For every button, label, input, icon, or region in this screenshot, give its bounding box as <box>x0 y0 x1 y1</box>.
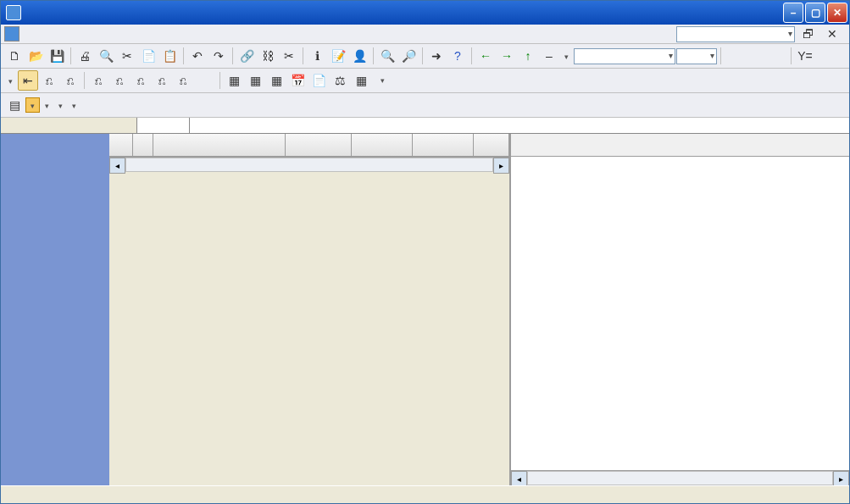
icon-2[interactable]: ⎌ <box>60 70 81 91</box>
more-icon[interactable] <box>372 70 392 91</box>
menu-bar: 🗗 ✕ <box>1 25 849 44</box>
zoom-out-icon[interactable]: 🔎 <box>398 46 419 66</box>
icon-7[interactable]: ⎌ <box>173 70 193 91</box>
tracking-toolbar: ⇤ ⎌ ⎌ ⎌ ⎌ ⎌ ⎌ ⎌ ▦ ▦ ▦ 📅 📄 ⚖ ▦ <box>1 69 849 93</box>
title-bar: – ▢ ✕ <box>1 1 849 25</box>
table-icon[interactable]: ▦ <box>351 70 371 91</box>
standard-toolbar: 🗋 📂 💾 🖨 🔍 ✂ 📄 📋 ↶ ↷ 🔗 ⛓ ✂ ℹ 📝 👤 🔍 🔎 ➜ ? … <box>1 44 849 69</box>
info-icon[interactable]: ℹ <box>307 46 327 66</box>
guide-tab-tracking[interactable] <box>54 98 67 112</box>
font-combo[interactable] <box>574 48 675 64</box>
col-rownum[interactable] <box>109 134 133 156</box>
new-icon[interactable]: 🗋 <box>4 46 25 66</box>
indent-left-icon[interactable]: ⇤ <box>18 70 38 91</box>
gantt-hscroll[interactable]: ◂ ▸ <box>511 470 849 485</box>
balance-icon[interactable]: ⚖ <box>330 70 350 91</box>
close-doc-icon[interactable]: ✕ <box>822 24 842 44</box>
icon-4[interactable]: ⎌ <box>109 70 130 91</box>
goto-icon[interactable]: ➜ <box>426 46 447 66</box>
guide-tab-tasks[interactable] <box>25 97 40 113</box>
col-end[interactable] <box>413 134 474 156</box>
col-duration[interactable] <box>286 134 352 156</box>
link-icon[interactable]: 🔗 <box>236 46 257 66</box>
copy-icon[interactable]: 📄 <box>138 46 158 66</box>
status-bar <box>1 485 849 503</box>
project-logo-icon <box>4 26 19 42</box>
grid2-icon[interactable]: ▦ <box>245 70 265 91</box>
print-preview-icon[interactable]: 🔍 <box>96 46 116 66</box>
grid-header <box>109 134 509 157</box>
grid-hscroll[interactable]: ◂ ▸ <box>109 157 509 172</box>
arrow-left-icon[interactable]: ← <box>475 46 496 66</box>
restore-window-icon[interactable]: 🗗 <box>798 24 819 44</box>
filter-icon[interactable]: Y= <box>795 46 815 66</box>
icon-5[interactable]: ⎌ <box>131 70 151 91</box>
minimize-button[interactable]: – <box>783 3 803 23</box>
view-bar <box>1 134 109 485</box>
task-grid: ◂ ▸ <box>109 134 511 485</box>
gantt-chart: ◂ ▸ <box>511 134 849 485</box>
help-icon[interactable]: ? <box>447 46 468 66</box>
underline-button[interactable] <box>767 46 787 66</box>
calendar-icon[interactable]: 📅 <box>287 70 308 91</box>
col-start[interactable] <box>352 134 413 156</box>
icon-1[interactable]: ⎌ <box>39 70 59 91</box>
zoom-in-icon[interactable]: 🔍 <box>377 46 397 66</box>
guide-home-icon[interactable]: ▤ <box>4 95 25 115</box>
icon-6[interactable]: ⎌ <box>152 70 172 91</box>
ask-a-question-input[interactable] <box>676 26 795 42</box>
scroll-right-icon[interactable]: ▸ <box>493 158 509 174</box>
grid-icon[interactable]: ▦ <box>224 70 244 91</box>
app-icon <box>6 5 21 20</box>
cell-value[interactable] <box>190 118 849 133</box>
unlink-icon[interactable]: ⛓ <box>258 46 278 66</box>
print-icon[interactable]: 🖨 <box>75 46 95 66</box>
minus-icon[interactable]: – <box>539 46 559 66</box>
bold-button[interactable] <box>725 46 745 66</box>
col-name[interactable] <box>153 134 286 156</box>
maximize-button[interactable]: ▢ <box>805 3 825 23</box>
show-dropdown[interactable] <box>560 49 573 63</box>
align-dropdown[interactable] <box>4 74 17 87</box>
gantt-timescale <box>511 134 849 157</box>
page-icon[interactable]: 📄 <box>308 70 329 91</box>
scroll-left-icon[interactable]: ◂ <box>109 158 125 174</box>
notes-icon[interactable]: 📝 <box>328 46 348 66</box>
arrow-right-icon[interactable]: → <box>497 46 517 66</box>
col-predecessors[interactable] <box>474 134 509 156</box>
entry-bar <box>1 118 849 134</box>
open-icon[interactable]: 📂 <box>25 46 46 66</box>
undo-icon[interactable]: ↶ <box>187 46 208 66</box>
cut-icon[interactable]: ✂ <box>117 46 137 66</box>
grid3-icon[interactable]: ▦ <box>266 70 286 91</box>
close-button[interactable]: ✕ <box>827 3 847 23</box>
paste-icon[interactable]: 📋 <box>159 46 180 66</box>
save-icon[interactable]: 💾 <box>47 46 67 66</box>
assign-icon[interactable]: 👤 <box>349 46 369 66</box>
icon-3[interactable]: ⎌ <box>88 70 108 91</box>
italic-button[interactable] <box>746 46 766 66</box>
guide-toolbar: ▤ <box>1 93 849 118</box>
arrow-up-icon[interactable]: ↑ <box>518 46 538 66</box>
cell-ref-side <box>1 118 137 133</box>
guide-tab-report[interactable] <box>68 98 81 112</box>
app-window: { "window": { "title": "Microsoft Projec… <box>0 0 850 504</box>
col-info[interactable] <box>133 134 153 156</box>
redo-icon[interactable]: ↷ <box>208 46 229 66</box>
font-size-combo[interactable] <box>676 48 717 64</box>
gantt-body[interactable] <box>511 157 849 470</box>
guide-tab-resources[interactable] <box>41 98 53 112</box>
cell-reference <box>137 118 190 133</box>
split-icon[interactable]: ✂ <box>279 46 299 66</box>
